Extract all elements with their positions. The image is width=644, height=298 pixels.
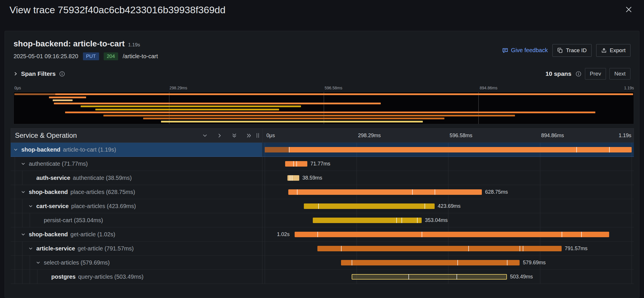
span-name-cell: shop-backendplace-articles (628.75ms)	[11, 185, 262, 199]
span-row[interactable]: authenticate (71.77ms)71.77ms	[11, 157, 634, 171]
export-button[interactable]: Export	[596, 44, 630, 57]
double-chevron-right-icon[interactable]	[247, 133, 251, 138]
give-feedback-link[interactable]: Give feedback	[502, 47, 548, 54]
timeline-gridline	[632, 171, 632, 185]
minimap-time-axis: 0μs298.29ms596.58ms894.86ms1.19s	[14, 85, 634, 92]
timeline-gridline	[540, 157, 540, 171]
span-event-tick	[457, 260, 458, 265]
span-event-tick	[457, 274, 457, 280]
trace-panel: shop-backend: article-to-cart 1.19s 2025…	[5, 31, 639, 298]
row-expander-icon[interactable]	[21, 232, 29, 237]
span-row[interactable]: postgresquery-articles (503.49ms)503.49m…	[11, 270, 634, 284]
time-tick-label: 1.19s	[619, 129, 631, 142]
span-duration-label: 423.69ms	[438, 199, 461, 213]
minimap-canvas[interactable]	[14, 92, 634, 124]
span-row[interactable]: cart-serviceplace-articles (423.69ms)423…	[11, 199, 634, 213]
prev-button[interactable]: Prev	[585, 68, 606, 80]
minimap-span-bar	[54, 103, 380, 104]
operation-name: article-to-cart (1.19s)	[63, 146, 116, 153]
indent-guide	[30, 213, 30, 227]
span-bar[interactable]	[313, 218, 422, 223]
span-event-tick	[576, 147, 577, 152]
trace-id-button[interactable]: Trace ID	[552, 44, 592, 57]
row-expander-icon[interactable]	[21, 190, 29, 194]
trace-title: shop-backend: article-to-cart	[14, 39, 125, 48]
span-bar[interactable]	[288, 189, 482, 195]
row-expander-icon[interactable]	[29, 204, 36, 208]
span-event-tick	[297, 189, 298, 195]
span-bar-cell: 353.04ms	[262, 213, 634, 227]
span-event-tick	[412, 189, 413, 195]
span-bar-cell	[262, 143, 634, 157]
double-chevron-down-icon[interactable]	[232, 133, 237, 138]
column-resize-handle[interactable]	[257, 133, 259, 138]
timeline-gridline	[632, 270, 632, 284]
row-expander-icon[interactable]	[14, 148, 21, 152]
timeline-gridline	[265, 171, 265, 185]
span-row[interactable]: shop-backendplace-articles (628.75ms)628…	[11, 185, 634, 199]
span-name-cell: shop-backendget-article (1.02s)	[11, 227, 262, 242]
span-row[interactable]: auth-serviceauthenticate (38.59ms)38.59m…	[11, 171, 634, 185]
copy-icon	[557, 48, 563, 53]
span-duration-label: 1.02s	[277, 227, 289, 242]
span-duration-label: 579.69ms	[523, 256, 545, 270]
timeline-gridline	[357, 157, 357, 171]
minimap-lane	[14, 97, 633, 99]
chevron-right-icon[interactable]	[217, 133, 222, 138]
span-bar[interactable]	[341, 260, 520, 265]
time-tick-label: 596.58ms	[448, 129, 472, 142]
span-row[interactable]: article-serviceget-article (791.57ms)791…	[11, 242, 634, 256]
indent-guide	[22, 270, 22, 284]
time-tick-label: 894.86ms	[479, 86, 497, 90]
trace-duration: 1.19s	[128, 42, 140, 48]
operation-name: select-articles (579.69ms)	[44, 259, 110, 266]
span-name-cell: authenticate (71.77ms)	[11, 157, 262, 171]
next-button[interactable]: Next	[609, 68, 630, 80]
timeline-gridline	[632, 213, 632, 227]
span-bar[interactable]	[352, 274, 507, 280]
span-bar-cell: 503.49ms	[262, 270, 634, 284]
info-icon[interactable]	[575, 71, 582, 77]
timeline-gridline	[632, 143, 632, 156]
info-icon[interactable]	[59, 71, 65, 77]
indent-guide	[15, 185, 15, 199]
span-bar-cell: 423.69ms	[262, 199, 634, 213]
span-filters-toggle[interactable]: Span Filters	[14, 70, 65, 77]
span-name-cell: persist-cart (353.04ms)	[11, 213, 262, 227]
span-bar-cell: 628.75ms	[262, 185, 634, 199]
minimap-lane	[14, 109, 633, 111]
span-event-tick	[417, 218, 418, 223]
span-row[interactable]: select-articles (579.69ms)579.69ms	[11, 256, 634, 270]
trace-timestamp: 2025-05-01 09:16:25.820	[14, 53, 78, 60]
row-expander-icon[interactable]	[21, 162, 29, 166]
indent-guide	[22, 199, 22, 213]
close-button[interactable]	[623, 3, 635, 16]
timeline-gridline	[448, 213, 448, 227]
trace-header: shop-backend: article-to-cart 1.19s 2025…	[5, 31, 639, 67]
chevron-down-icon[interactable]	[202, 133, 207, 138]
span-bar-cell: 38.59ms	[262, 171, 634, 185]
span-event-tick	[401, 218, 402, 223]
row-expander-icon[interactable]	[29, 246, 36, 251]
minimap-lane	[14, 115, 633, 117]
trace-minimap: 0μs298.29ms596.58ms894.86ms1.19s	[14, 85, 634, 124]
timeline-gridline	[265, 185, 265, 199]
operation-name: place-articles (423.69ms)	[71, 203, 136, 210]
span-event-tick	[352, 260, 352, 265]
span-bar[interactable]	[304, 203, 435, 209]
operation-name: get-article (1.02s)	[71, 231, 115, 238]
timeline-gridline	[540, 171, 540, 185]
indent-guide	[22, 242, 22, 255]
timeline-gridline	[632, 157, 632, 171]
span-row[interactable]: persist-cart (353.04ms)353.04ms	[11, 213, 634, 227]
span-row[interactable]: shop-backendget-article (1.02s)1.02s	[11, 227, 634, 242]
minimap-span-bar	[53, 99, 73, 101]
time-tick-label: 298.29ms	[357, 129, 381, 142]
time-tick-label: 0μs	[265, 129, 275, 142]
minimap-lane	[14, 112, 633, 114]
row-expander-icon[interactable]	[36, 261, 44, 265]
span-row[interactable]: shop-backendarticle-to-cart (1.19s)	[11, 143, 634, 157]
span-bar[interactable]	[317, 246, 561, 251]
span-bar-cell: 791.57ms	[262, 242, 634, 256]
span-bar[interactable]	[287, 175, 299, 181]
